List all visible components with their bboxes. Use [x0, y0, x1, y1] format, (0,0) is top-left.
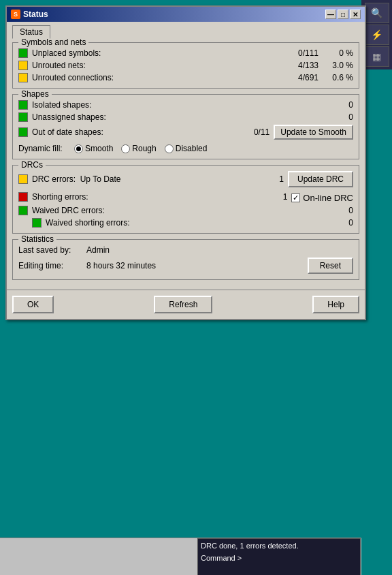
unassigned-shapes-value: 0: [319, 112, 353, 122]
waived-shorting-errors-row: Waived shorting errors: 0: [18, 218, 353, 228]
content-area: Symbols and nets Unplaced symbols: 0/111…: [7, 38, 365, 290]
symbols-nets-label: Symbols and nets: [18, 37, 88, 47]
waived-shorting-value: 0: [319, 218, 353, 228]
unrouted-connections-indicator: [18, 73, 28, 82]
isolated-shapes-label: Isolated shapes:: [32, 100, 315, 110]
drc-errors-row: DRC errors: Up To Date 1 Update DRC: [18, 171, 353, 187]
shorting-errors-value: 1: [253, 192, 287, 202]
unrouted-connections-label: Unrouted connections:: [32, 73, 280, 82]
sidebar-icon-3[interactable]: ▦: [365, 46, 389, 67]
minimize-button[interactable]: —: [325, 10, 336, 19]
unrouted-nets-indicator: [18, 61, 28, 70]
update-drc-button[interactable]: Update DRC: [288, 171, 353, 187]
out-of-date-shapes-value: 0/11: [235, 127, 270, 137]
unplaced-symbols-row: Unplaced symbols: 0/111 0 %: [18, 48, 353, 58]
unplaced-symbols-percent: 0 %: [323, 48, 353, 58]
unrouted-connections-value: 4/691: [284, 73, 318, 82]
tab-status[interactable]: Status: [12, 25, 50, 39]
dynamic-fill-row: Dynamic fill: Smooth Rough Disabled: [18, 144, 353, 153]
drc-errors-value: 1: [250, 174, 284, 184]
drc-errors-indicator: [18, 174, 28, 184]
last-saved-row: Last saved by: Admin: [18, 245, 353, 255]
last-saved-label: Last saved by:: [18, 245, 86, 255]
isolated-shapes-indicator: [18, 100, 28, 110]
statistics-group: Statistics Last saved by: Admin Editing …: [12, 239, 359, 280]
waived-shorting-indicator: [32, 218, 42, 228]
dynamic-fill-label: Dynamic fill:: [18, 144, 66, 153]
waived-drc-label: Waived DRC errors:: [32, 206, 315, 215]
status-bar: DRC done, 1 errors detected. Command >: [0, 538, 361, 575]
unrouted-connections-row: Unrouted connections: 4/691 0.6 %: [18, 73, 353, 82]
unrouted-connections-percent: 0.6 %: [323, 73, 353, 82]
shorting-errors-label: Shorting errors:: [32, 192, 249, 202]
ok-button[interactable]: OK: [12, 296, 54, 313]
title-controls: — □ ✕: [325, 10, 361, 19]
title-bar-left: S Status: [11, 10, 48, 19]
online-drc-label: On-line DRC: [303, 193, 353, 203]
sidebar-icon-1[interactable]: 🔍: [365, 3, 389, 23]
update-to-smooth-button[interactable]: Update to Smooth: [274, 125, 353, 140]
window-icon: S: [11, 10, 20, 19]
out-of-date-shapes-label: Out of date shapes:: [32, 127, 231, 137]
reset-button[interactable]: Reset: [308, 258, 353, 274]
out-of-date-shapes-indicator: [18, 127, 28, 137]
statistics-label: Statistics: [18, 234, 56, 244]
unassigned-shapes-indicator: [18, 112, 28, 122]
waived-drc-value: 0: [319, 206, 353, 215]
unplaced-symbols-indicator: [18, 48, 28, 58]
close-button[interactable]: ✕: [350, 10, 361, 19]
waived-drc-errors-row: Waived DRC errors: 0: [18, 206, 353, 215]
shapes-label: Shapes: [18, 89, 52, 99]
online-drc-checkbox[interactable]: [291, 193, 300, 202]
waived-drc-indicator: [18, 206, 28, 215]
bottom-bar: OK Refresh Help: [7, 290, 365, 319]
radio-rough-input[interactable]: [121, 144, 130, 153]
online-drc-row: On-line DRC: [291, 193, 353, 203]
shapes-group: Shapes Isolated shapes: 0 Unassigned sha…: [12, 94, 359, 159]
unassigned-shapes-label: Unassigned shapes:: [32, 112, 315, 122]
tab-bar: Status: [7, 22, 365, 38]
unassigned-shapes-row: Unassigned shapes: 0: [18, 112, 353, 122]
isolated-shapes-value: 0: [319, 100, 353, 110]
title-bar: S Status — □ ✕: [7, 7, 365, 22]
out-of-date-shapes-row: Out of date shapes: 0/11 Update to Smoot…: [18, 125, 353, 140]
dynamic-fill-radio-group: Smooth Rough Disabled: [74, 144, 207, 153]
drcs-group: DRCs DRC errors: Up To Date 1 Update DRC…: [12, 165, 359, 234]
status-dialog: S Status — □ ✕ Status Symbols and nets U…: [5, 5, 366, 320]
editing-time-value: 8 hours 32 minutes: [86, 261, 308, 270]
radio-disabled-label: Disabled: [176, 144, 208, 153]
refresh-button[interactable]: Refresh: [154, 296, 212, 313]
unrouted-nets-row: Unrouted nets: 4/133 3.0 %: [18, 61, 353, 70]
drcs-label: DRCs: [18, 160, 46, 170]
editing-time-row: Editing time: 8 hours 32 minutes Reset: [18, 258, 353, 274]
unrouted-nets-label: Unrouted nets:: [32, 61, 280, 70]
shorting-errors-indicator: [18, 192, 28, 202]
last-saved-value: Admin: [86, 245, 353, 255]
radio-disabled[interactable]: Disabled: [165, 144, 208, 153]
radio-rough[interactable]: Rough: [121, 144, 156, 153]
maximize-button[interactable]: □: [338, 10, 348, 19]
command-panel: DRC done, 1 errors detected. Command >: [197, 538, 361, 575]
window-title: Status: [23, 10, 48, 19]
waived-shorting-label: Waived shorting errors:: [46, 218, 315, 228]
radio-disabled-input[interactable]: [165, 144, 174, 153]
shorting-errors-row: Shorting errors: 1 On-line DRC: [18, 190, 353, 203]
drc-errors-label: DRC errors: Up To Date: [32, 174, 246, 184]
unrouted-nets-percent: 3.0 %: [323, 61, 353, 70]
radio-smooth[interactable]: Smooth: [74, 144, 113, 153]
unplaced-symbols-value: 0/111: [284, 48, 318, 58]
isolated-shapes-row: Isolated shapes: 0: [18, 100, 353, 110]
drc-done-message: DRC done, 1 errors detected.: [198, 539, 360, 553]
command-prompt[interactable]: Command >: [198, 553, 360, 563]
symbols-nets-group: Symbols and nets Unplaced symbols: 0/111…: [12, 42, 359, 89]
help-button[interactable]: Help: [312, 296, 359, 313]
unrouted-nets-value: 4/133: [284, 61, 318, 70]
sidebar-icon-2[interactable]: ⚡: [365, 25, 389, 45]
radio-rough-label: Rough: [132, 144, 156, 153]
editing-time-label: Editing time:: [18, 261, 86, 270]
radio-smooth-input[interactable]: [74, 144, 83, 153]
unplaced-symbols-label: Unplaced symbols:: [32, 48, 280, 58]
radio-smooth-label: Smooth: [85, 144, 113, 153]
